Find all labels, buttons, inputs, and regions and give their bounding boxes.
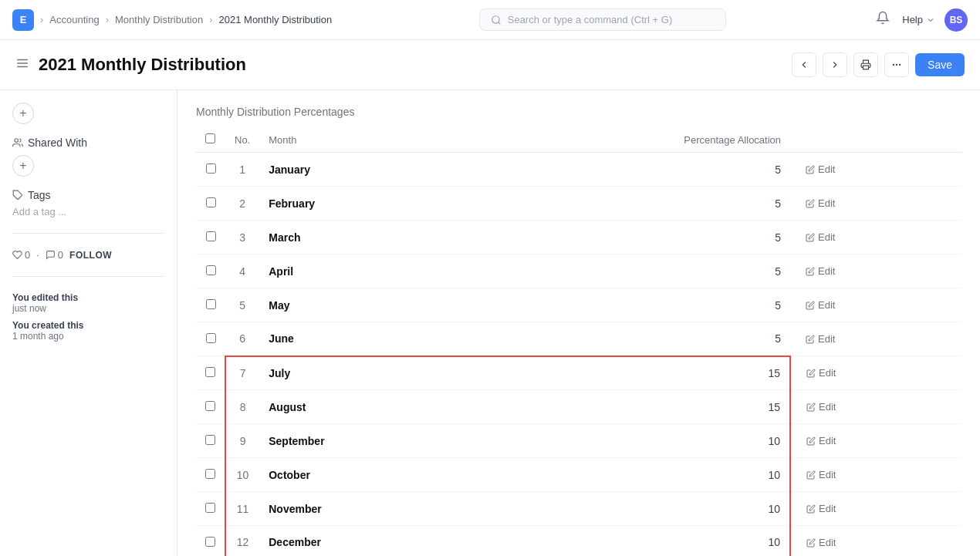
divider-1 xyxy=(12,233,164,234)
add-section-button[interactable]: + xyxy=(12,103,34,124)
created-activity: You created this 1 month ago xyxy=(12,320,164,342)
row-month: March xyxy=(259,221,467,254)
back-button[interactable] xyxy=(792,52,816,77)
page-header-right: Save xyxy=(792,52,965,77)
edit-button[interactable]: Edit xyxy=(800,364,842,382)
header-actions xyxy=(790,127,961,153)
pencil-icon xyxy=(806,165,815,174)
edit-button[interactable]: Edit xyxy=(799,160,841,178)
reactions-area: 0 · 0 FOLLOW xyxy=(12,249,164,261)
notifications-button[interactable] xyxy=(873,8,893,32)
row-checkbox[interactable] xyxy=(206,231,216,241)
table-body: 1January5 Edit2February5 Edit3March5 Edi… xyxy=(196,153,961,557)
row-number: 6 xyxy=(225,322,259,356)
table-row: 8August15 Edit xyxy=(196,390,961,424)
row-checkbox[interactable] xyxy=(205,503,215,513)
add-tag-text[interactable]: Add a tag ... xyxy=(12,206,164,217)
row-number: 5 xyxy=(225,288,259,322)
breadcrumb-monthly-dist[interactable]: Monthly Distribution xyxy=(115,14,203,25)
row-edit-cell: Edit xyxy=(790,390,961,424)
row-number: 10 xyxy=(225,458,259,492)
help-button[interactable]: Help xyxy=(902,14,935,25)
row-number: 12 xyxy=(225,526,259,557)
breadcrumb-accounting[interactable]: Accounting xyxy=(49,14,99,25)
row-checkbox[interactable] xyxy=(206,299,216,309)
like-button[interactable]: 0 xyxy=(12,249,30,261)
pencil-icon xyxy=(806,504,816,514)
row-checkbox[interactable] xyxy=(205,469,215,479)
edited-time: just now xyxy=(12,303,46,314)
row-checkbox[interactable] xyxy=(205,435,215,445)
edit-button[interactable]: Edit xyxy=(799,262,841,280)
edited-label: You edited this xyxy=(12,292,78,303)
pencil-icon xyxy=(806,301,815,310)
avatar: BS xyxy=(945,8,968,32)
edit-button[interactable]: Edit xyxy=(800,466,842,484)
row-checkbox[interactable] xyxy=(206,265,216,275)
header-allocation: Percentage Allocation xyxy=(468,127,791,153)
row-number: 11 xyxy=(225,492,259,526)
pencil-icon xyxy=(806,233,815,242)
table-row: 3March5 Edit xyxy=(196,221,961,254)
row-checkbox[interactable] xyxy=(205,401,215,411)
row-checkbox-cell xyxy=(196,390,225,424)
edit-button[interactable]: Edit xyxy=(799,194,841,212)
row-edit-cell: Edit xyxy=(790,288,961,322)
comments-count: 0 xyxy=(58,249,63,261)
row-checkbox[interactable] xyxy=(206,333,216,343)
table-row: 5May5 Edit xyxy=(196,288,961,322)
edit-button[interactable]: Edit xyxy=(800,500,842,517)
row-number: 2 xyxy=(225,187,259,221)
edited-activity: You edited this just now xyxy=(12,292,164,314)
row-number: 3 xyxy=(225,221,259,254)
page-header: 2021 Monthly Distribution Save xyxy=(0,40,980,90)
row-allocation: 5 xyxy=(468,254,791,288)
tags-text: Tags xyxy=(28,189,51,201)
row-number: 4 xyxy=(225,254,259,288)
search-area: Search or type a command (Ctrl + G) xyxy=(332,8,873,31)
select-all-checkbox[interactable] xyxy=(205,133,215,143)
row-checkbox[interactable] xyxy=(206,197,216,207)
row-month: October xyxy=(259,458,467,492)
breadcrumb-sep-3: › xyxy=(209,14,212,25)
save-button[interactable]: Save xyxy=(915,53,965,76)
edit-button[interactable]: Edit xyxy=(799,296,841,314)
row-month: August xyxy=(259,390,467,424)
breadcrumb-area: E › Accounting › Monthly Distribution › … xyxy=(12,9,332,31)
divider-2 xyxy=(12,276,164,277)
distribution-table: No. Month Percentage Allocation 1January… xyxy=(196,127,961,556)
tag-icon xyxy=(12,190,23,200)
app-icon: E xyxy=(12,9,34,31)
edit-button[interactable]: Edit xyxy=(800,398,842,416)
row-edit-cell: Edit xyxy=(790,221,961,254)
search-bar[interactable]: Search or type a command (Ctrl + G) xyxy=(479,8,726,31)
edit-button[interactable]: Edit xyxy=(799,330,841,348)
follow-button[interactable]: FOLLOW xyxy=(69,250,112,261)
row-allocation: 10 xyxy=(468,424,791,458)
row-number: 9 xyxy=(225,424,259,458)
add-shared-button[interactable]: + xyxy=(12,155,34,177)
menu-toggle-button[interactable] xyxy=(15,56,29,73)
table-row: 6June5 Edit xyxy=(196,322,961,356)
print-button[interactable] xyxy=(853,52,878,77)
table-row: 11November10 Edit xyxy=(196,492,961,526)
more-options-button[interactable] xyxy=(884,52,909,77)
row-checkbox[interactable] xyxy=(206,163,216,174)
breadcrumb-current: 2021 Monthly Distribution xyxy=(219,14,333,25)
forward-button[interactable] xyxy=(823,52,847,77)
row-allocation: 5 xyxy=(468,322,791,356)
row-month: September xyxy=(259,424,467,458)
row-allocation: 5 xyxy=(468,221,791,254)
row-checkbox[interactable] xyxy=(205,367,215,377)
pencil-icon xyxy=(806,538,816,548)
comment-icon xyxy=(46,250,56,260)
row-checkbox[interactable] xyxy=(205,537,215,547)
edit-button[interactable]: Edit xyxy=(800,432,842,450)
row-edit-cell: Edit xyxy=(790,356,961,390)
breadcrumb-sep-2: › xyxy=(106,14,109,25)
edit-button[interactable]: Edit xyxy=(799,228,841,246)
edit-button[interactable]: Edit xyxy=(800,534,842,551)
chevron-right-icon xyxy=(830,59,840,70)
row-month: July xyxy=(259,356,467,390)
comment-button[interactable]: 0 xyxy=(46,249,63,261)
